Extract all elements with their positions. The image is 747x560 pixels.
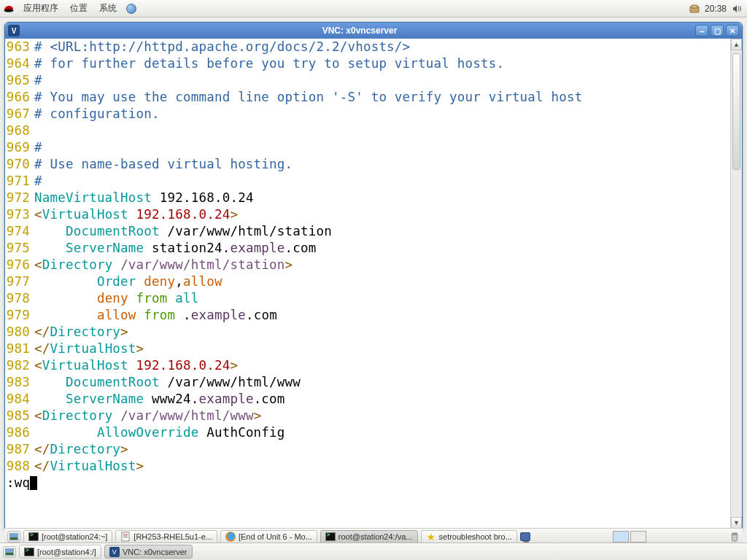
vnc-titlebar[interactable]: V VNC: x0vncserver ‒ ▢ ✕ bbox=[5, 23, 742, 39]
workspace-pager[interactable] bbox=[613, 531, 646, 542]
update-icon[interactable] bbox=[689, 3, 700, 15]
minimize-button[interactable]: ‒ bbox=[695, 25, 708, 36]
editor-line: 967# configuration. bbox=[5, 106, 742, 122]
line-number: 975 bbox=[5, 240, 34, 257]
show-desktop-button[interactable] bbox=[7, 531, 20, 542]
terminal-icon bbox=[325, 532, 336, 542]
redhat-icon[interactable] bbox=[3, 3, 15, 15]
editor-line: 984 ServerName www24.example.com bbox=[5, 391, 742, 408]
scroll-down-arrow[interactable]: ▼ bbox=[731, 517, 742, 529]
line-number: 973 bbox=[5, 206, 34, 223]
code-text: </VirtualHost> bbox=[34, 458, 742, 475]
taskbar-item[interactable]: [root@station24:~] bbox=[23, 530, 112, 544]
line-number: 965 bbox=[5, 72, 34, 89]
taskbar-item[interactable]: [root@station4:/] bbox=[19, 545, 101, 559]
taskbar-item-label: [End of Unit 6 - Mo... bbox=[239, 532, 312, 541]
line-number: 966 bbox=[5, 89, 34, 106]
editor-line: 988</VirtualHost> bbox=[5, 458, 742, 475]
editor-line: 974 DocumentRoot /var/www/html/station bbox=[5, 223, 742, 240]
code-text: ServerName station24.example.com bbox=[34, 240, 742, 257]
code-text: </VirtualHost> bbox=[34, 341, 742, 357]
editor-line: 986 AllowOverride AuthConfig bbox=[5, 424, 742, 441]
line-number: 981 bbox=[5, 341, 34, 357]
code-text: # bbox=[34, 173, 742, 190]
vnc-window-icon: V bbox=[8, 25, 20, 36]
code-text: # bbox=[34, 139, 742, 156]
line-number: 976 bbox=[5, 257, 34, 273]
taskbar-item-label: [root@station24:~] bbox=[42, 532, 107, 541]
line-number: 984 bbox=[5, 391, 34, 408]
menu-applications[interactable]: 应用程序 bbox=[20, 1, 61, 16]
taskbar-item[interactable]: VVNC: x0vncserver bbox=[104, 545, 193, 559]
vim-editor[interactable]: 963# <URL:http://httpd.apache.org/docs/2… bbox=[5, 39, 742, 529]
taskbar-item-label: [root@station4:/] bbox=[37, 548, 96, 556]
host-top-panel: 应用程序 位置 系统 20:38 bbox=[0, 0, 747, 18]
svg-rect-11 bbox=[6, 553, 13, 555]
line-number: 970 bbox=[5, 156, 34, 173]
clock[interactable]: 20:38 bbox=[705, 4, 727, 14]
taskbar-item[interactable]: [RH253-RHEL5u1-e... bbox=[115, 530, 217, 544]
editor-line: 982<VirtualHost 192.168.0.24> bbox=[5, 357, 742, 374]
volume-icon[interactable] bbox=[731, 3, 743, 15]
taskbar-item-label: setroubleshoot bro... bbox=[439, 532, 512, 541]
document-icon bbox=[120, 532, 131, 542]
vnc-icon: V bbox=[109, 547, 120, 557]
editor-line: 966# You may use the command line option… bbox=[5, 89, 742, 106]
editor-line: 973<VirtualHost 192.168.0.24> bbox=[5, 206, 742, 223]
host-show-desktop-button[interactable] bbox=[3, 546, 16, 558]
vnc-window: V VNC: x0vncserver ‒ ▢ ✕ 963# <URL:http:… bbox=[4, 22, 743, 529]
code-text: # for further details before you try to … bbox=[34, 55, 742, 72]
code-text: ServerName www24.example.com bbox=[34, 391, 742, 408]
monitor-icon[interactable] bbox=[520, 532, 530, 542]
code-text bbox=[34, 122, 742, 139]
trash-icon[interactable] bbox=[729, 532, 740, 542]
menu-system[interactable]: 系统 bbox=[96, 1, 120, 16]
globe-icon[interactable] bbox=[125, 3, 137, 15]
host-bottom-panel: [root@station4:/]VVNC: x0vncserver bbox=[0, 542, 747, 560]
code-text: <Directory /var/www/html/www> bbox=[34, 408, 742, 424]
editor-line: 976<Directory /var/www/html/station> bbox=[5, 257, 742, 273]
line-number: 968 bbox=[5, 122, 34, 139]
code-text: <Directory /var/www/html/station> bbox=[34, 257, 742, 273]
taskbar-item[interactable]: root@station24:/va... bbox=[320, 530, 418, 544]
vnc-title: VNC: x0vncserver bbox=[24, 26, 695, 36]
close-button[interactable]: ✕ bbox=[726, 25, 739, 36]
editor-line: 983 DocumentRoot /var/www/html/www bbox=[5, 374, 742, 391]
code-text: DocumentRoot /var/www/html/station bbox=[34, 223, 742, 240]
line-number: 978 bbox=[5, 290, 34, 307]
editor-line: 977 Order deny,allow bbox=[5, 273, 742, 290]
vim-command-text: :wq bbox=[7, 475, 30, 490]
taskbar-item-label: [RH253-RHEL5u1-e... bbox=[133, 532, 212, 541]
scroll-up-arrow[interactable]: ▲ bbox=[731, 39, 742, 50]
workspace[interactable] bbox=[630, 531, 646, 542]
scroll-thumb[interactable] bbox=[732, 53, 740, 170]
line-number: 986 bbox=[5, 424, 34, 441]
code-text: Order deny,allow bbox=[34, 273, 742, 290]
editor-line: 963# <URL:http://httpd.apache.org/docs/2… bbox=[5, 39, 742, 55]
editor-line: 968 bbox=[5, 122, 742, 139]
cursor bbox=[30, 476, 37, 490]
editor-line: 970# Use name-based virtual hosting. bbox=[5, 156, 742, 173]
editor-line: 980</Directory> bbox=[5, 324, 742, 341]
editor-line: 972NameVirtualHost 192.168.0.24 bbox=[5, 190, 742, 206]
star-icon: ★ bbox=[426, 532, 436, 542]
line-number: 977 bbox=[5, 273, 34, 290]
editor-line: 965# bbox=[5, 72, 742, 89]
taskbar-item[interactable]: [End of Unit 6 - Mo... bbox=[220, 530, 317, 544]
terminal-icon bbox=[28, 532, 39, 542]
scroll-track[interactable] bbox=[731, 50, 742, 517]
vim-command-line[interactable]: :wq bbox=[5, 475, 742, 491]
editor-line: 978 deny from all bbox=[5, 290, 742, 307]
vertical-scrollbar[interactable]: ▲ ▼ bbox=[730, 39, 742, 529]
workspace[interactable] bbox=[613, 531, 629, 542]
taskbar-item[interactable]: ★setroubleshoot bro... bbox=[421, 530, 517, 544]
menu-places[interactable]: 位置 bbox=[67, 1, 90, 16]
line-number: 971 bbox=[5, 173, 34, 190]
code-text: # You may use the command line option '-… bbox=[34, 89, 742, 106]
editor-line: 971# bbox=[5, 173, 742, 190]
maximize-button[interactable]: ▢ bbox=[711, 25, 724, 36]
editor-line: 964# for further details before you try … bbox=[5, 55, 742, 72]
editor-line: 987</Directory> bbox=[5, 441, 742, 458]
svg-rect-5 bbox=[122, 532, 129, 541]
editor-line: 979 allow from .example.com bbox=[5, 307, 742, 324]
